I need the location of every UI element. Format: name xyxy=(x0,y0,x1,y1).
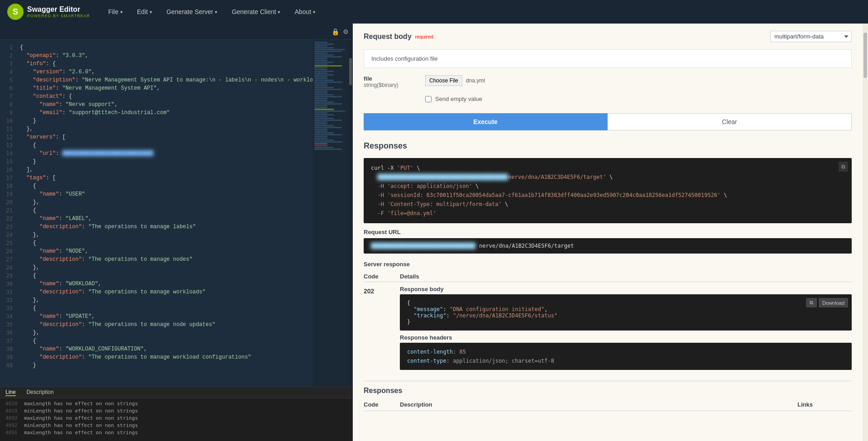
nav-menu: File ▾ Edit ▾ Generate Server ▾ Generate… xyxy=(101,0,323,24)
file-name: dna.yml xyxy=(466,77,485,84)
main-area: 🔒 ⚙ 12345 678910 1112131415 1617181920 2… xyxy=(0,24,868,441)
log-header: Line Description xyxy=(0,387,352,398)
clear-button[interactable]: Clear xyxy=(607,113,852,130)
request-url-block: ████████████████████████████████ nerve/d… xyxy=(364,238,852,254)
right-scrollbar[interactable] xyxy=(863,24,868,441)
app-subtitle: POWERED BY SMARTBEAR xyxy=(27,14,90,18)
file-input-area: Choose File dna.yml xyxy=(425,75,485,86)
log-tab-description[interactable]: Description xyxy=(27,389,54,396)
response-code: 202 xyxy=(364,286,400,295)
nav-about[interactable]: About ▾ xyxy=(287,0,323,24)
nav-file[interactable]: File ▾ xyxy=(101,0,130,24)
nav-generate-server[interactable]: Generate Server ▾ xyxy=(159,0,225,24)
editor-vertical-scrollbar[interactable] xyxy=(349,40,352,387)
line-numbers: 12345 678910 1112131415 1617181920 21222… xyxy=(0,40,16,387)
server-response-label: Server response xyxy=(364,261,852,268)
response-details: Response body { "message": "DNA configur… xyxy=(400,286,852,370)
response-actions: ⧉ Download xyxy=(806,298,848,307)
bottom-responses-table: Responses Code Description Links xyxy=(364,381,852,411)
log-entry: 4019 minLength has no effect on non stri… xyxy=(5,407,347,415)
logo-area: S Swagger Editor POWERED BY SMARTBEAR xyxy=(7,4,90,20)
execute-button[interactable]: Execute xyxy=(364,113,607,130)
file-arrow-icon: ▾ xyxy=(120,10,123,14)
editor-toolbar: 🔒 ⚙ xyxy=(0,24,352,40)
bottom-responses-title: Responses xyxy=(364,381,852,398)
editor-content: 12345 678910 1112131415 1617181920 21222… xyxy=(0,40,352,387)
download-response-button[interactable]: Download xyxy=(819,298,848,307)
action-buttons: Execute Clear xyxy=(364,113,852,130)
empty-value-label: Send empty value xyxy=(435,96,482,102)
log-entry: 4020 maxLength has no effect on non stri… xyxy=(5,400,347,407)
gen-server-arrow-icon: ▾ xyxy=(215,10,217,14)
code-editor[interactable]: { "openapi": "3.0.3", "info": { "version… xyxy=(16,40,313,387)
minimap xyxy=(313,40,349,387)
required-badge: required xyxy=(415,34,433,39)
response-headers-block: content-length: 85 content-type: applica… xyxy=(400,343,852,370)
choose-file-button[interactable]: Choose File xyxy=(425,75,462,86)
log-content: 4020 maxLength has no effect on non stri… xyxy=(0,398,352,440)
copy-response-button[interactable]: ⧉ xyxy=(806,298,817,307)
log-entry: 4093 maxLength has no effect on non stri… xyxy=(5,415,347,422)
send-empty-checkbox[interactable] xyxy=(425,96,432,102)
empty-value-row: Send empty value xyxy=(425,96,852,102)
response-table-header: Code Details xyxy=(364,271,852,282)
top-navigation: S Swagger Editor POWERED BY SMARTBEAR Fi… xyxy=(0,0,868,24)
file-row: file string($binary) Choose File dna.yml xyxy=(364,75,852,88)
bottom-table-header: Code Description Links xyxy=(364,398,852,411)
editor-scrollbar-thumb[interactable] xyxy=(349,58,352,85)
config-notice: Includes configuration file xyxy=(364,49,852,68)
curl-block: curl -X 'PUT' \ ████████████████████████… xyxy=(364,158,852,223)
nav-generate-client[interactable]: Generate Client ▾ xyxy=(224,0,287,24)
file-label: file string($binary) xyxy=(364,75,418,88)
settings-icon[interactable]: ⚙ xyxy=(343,28,349,35)
swagger-logo-icon: S xyxy=(7,4,24,20)
response-headers-label: Response headers xyxy=(400,334,852,341)
nav-edit[interactable]: Edit ▾ xyxy=(130,0,159,24)
log-tab-line[interactable]: Line xyxy=(5,389,16,396)
request-url-label: Request URL xyxy=(364,229,852,235)
gen-client-arrow-icon: ▾ xyxy=(278,10,280,14)
responses-title: Responses xyxy=(364,141,852,151)
right-scrollbar-thumb[interactable] xyxy=(863,33,867,78)
log-entry: 4092 minLength has no effect on non stri… xyxy=(5,422,347,429)
app-title: Swagger Editor xyxy=(27,5,90,14)
format-select[interactable]: multipart/form-data application/json xyxy=(770,31,852,42)
response-body-label: Response body xyxy=(400,286,852,292)
request-body-title: Request body required xyxy=(364,33,433,41)
about-arrow-icon: ▾ xyxy=(313,10,315,14)
edit-arrow-icon: ▾ xyxy=(150,10,152,14)
editor-panel: 🔒 ⚙ 12345 678910 1112131415 1617181920 2… xyxy=(0,24,353,441)
lock-icon[interactable]: 🔒 xyxy=(332,28,339,35)
right-panel: Request body required multipart/form-dat… xyxy=(353,24,863,441)
response-row: 202 Response body { "message": "DNA conf… xyxy=(364,286,852,370)
response-body-block: { "message": "DNA configuration initiate… xyxy=(400,294,852,331)
logo-text: Swagger Editor POWERED BY SMARTBEAR xyxy=(27,5,90,18)
log-entry: 4091 maxLength has no effect on non stri… xyxy=(5,429,347,436)
log-panel: Line Description 4020 maxLength has no e… xyxy=(0,387,352,441)
copy-curl-button[interactable]: ⧉ xyxy=(839,162,848,172)
